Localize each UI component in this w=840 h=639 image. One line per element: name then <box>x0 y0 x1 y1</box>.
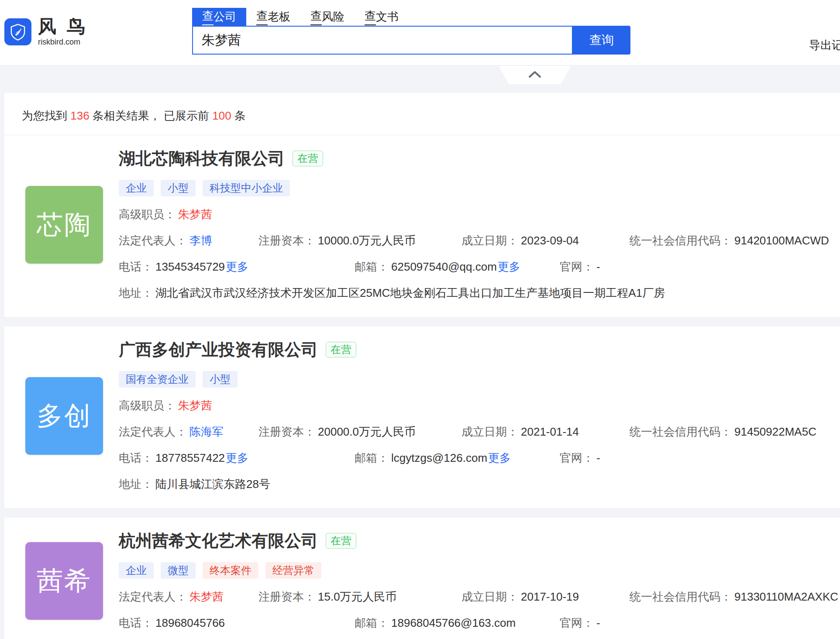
website-value: - <box>596 260 600 273</box>
senior-staff-name: 朱梦茜 <box>178 399 212 412</box>
avatar-text: 多创 <box>37 399 92 434</box>
phone-number: 13545345729 <box>155 260 225 273</box>
tag: 终本案件 <box>203 562 258 579</box>
company-name-link[interactable]: 杭州茜希文化艺术有限公司 <box>119 531 318 551</box>
legal-person-link[interactable]: 李博 <box>189 234 212 247</box>
shown-count: 100 <box>212 109 231 122</box>
results-panel-3: 茜希 杭州茜希文化艺术有限公司 在营 企业 微型 终本案件 经营异常 法定代表人… <box>4 518 840 639</box>
founded-date: 2017-10-19 <box>521 590 579 603</box>
founded-date: 2023-09-04 <box>521 234 579 247</box>
brand-logo[interactable]: 风 鸟 riskbird.com <box>4 17 88 47</box>
senior-staff-name: 朱梦茜 <box>178 208 212 221</box>
avatar-text: 茜希 <box>37 563 92 599</box>
top-header: 风 鸟 riskbird.com 查公司 查老板 查风险 查文书 查询 导出记录 <box>0 0 840 65</box>
tab-search-document[interactable]: 查文书 <box>355 8 409 26</box>
results-panel-2: 多创 广西多创产业投资有限公司 在营 国有全资企业 小型 高级职员：朱梦茜 法定… <box>4 326 840 508</box>
email-address: 18968045766@163.com <box>391 616 516 629</box>
brand-name: 风 鸟 <box>38 17 88 37</box>
tab-search-company[interactable]: 查公司 <box>192 8 246 26</box>
senior-staff-row: 高级职员：朱梦茜 <box>119 206 840 223</box>
phone-number: 18778557422 <box>155 451 225 464</box>
registered-capital: 20000.0万元人民币 <box>318 425 416 438</box>
tag: 小型 <box>203 371 238 388</box>
tag: 科技型中小企业 <box>203 180 290 196</box>
tag: 小型 <box>161 180 196 196</box>
search-button[interactable]: 查询 <box>573 26 630 55</box>
address-row: 地址：陆川县城江滨东路28号 <box>119 476 840 492</box>
collapse-search-button[interactable] <box>499 66 571 84</box>
avatar-text: 芯陶 <box>37 207 92 243</box>
credit-code: 91420100MACWD <box>734 234 829 247</box>
legal-person-highlighted[interactable]: 朱梦茜 <box>189 590 224 603</box>
tag: 国有全资企业 <box>119 371 196 388</box>
company-info-row: 法定代表人：陈海军 注册资本：20000.0万元人民币 成立日期：2021-01… <box>119 423 840 440</box>
company-contact-row: 电话：18968045766 邮箱：18968045766@163.com 官网… <box>119 615 840 631</box>
email-address: 625097540@qq.com <box>391 260 497 273</box>
tag-list: 企业 小型 科技型中小企业 <box>119 180 840 196</box>
tab-search-risk[interactable]: 查风险 <box>300 8 355 26</box>
tag: 微型 <box>161 562 196 579</box>
status-badge: 在营 <box>326 342 356 357</box>
company-avatar[interactable]: 茜希 <box>25 542 103 620</box>
credit-code: 91450922MA5C <box>734 425 816 438</box>
website-value: - <box>596 451 600 464</box>
email-more-link[interactable]: 更多 <box>498 260 520 273</box>
results-area: 为您找到 136 条相关结果， 已展示前 100 条 芯陶 湖北芯陶科技有限公司… <box>4 93 840 639</box>
results-panel-1: 为您找到 136 条相关结果， 已展示前 100 条 芯陶 湖北芯陶科技有限公司… <box>4 93 840 317</box>
email-address: lcgytzgs@126.com <box>391 451 487 464</box>
tag-list: 国有全资企业 小型 <box>119 371 840 388</box>
tag: 企业 <box>119 562 154 579</box>
founded-date: 2021-01-14 <box>521 425 579 438</box>
status-badge: 在营 <box>326 533 356 549</box>
chevron-up-icon <box>528 71 542 80</box>
tag: 企业 <box>119 180 154 196</box>
company-card: 多创 广西多创产业投资有限公司 在营 国有全资企业 小型 高级职员：朱梦茜 法定… <box>4 326 840 508</box>
website-value: - <box>596 616 600 629</box>
results-count: 为您找到 136 条相关结果， 已展示前 100 条 <box>4 93 840 135</box>
company-card: 茜希 杭州茜希文化艺术有限公司 在营 企业 微型 终本案件 经营异常 法定代表人… <box>4 518 840 639</box>
tab-search-boss[interactable]: 查老板 <box>246 8 300 26</box>
company-name-link[interactable]: 广西多创产业投资有限公司 <box>119 340 318 360</box>
company-contact-row: 电话：18778557422更多 邮箱：lcgytzgs@126.com更多 官… <box>119 450 840 466</box>
riskbird-shield-icon <box>4 18 31 45</box>
search-area: 查公司 查老板 查风险 查文书 查询 <box>192 8 630 55</box>
search-tabs: 查公司 查老板 查风险 查文书 <box>192 8 630 26</box>
status-badge: 在营 <box>293 151 323 166</box>
address-value: 陆川县城江滨东路28号 <box>155 478 270 491</box>
phone-more-link[interactable]: 更多 <box>226 451 248 464</box>
email-more-link[interactable]: 更多 <box>488 451 511 464</box>
phone-more-link[interactable]: 更多 <box>226 260 248 273</box>
company-contact-row: 电话：13545345729更多 邮箱：625097540@qq.com更多 官… <box>119 258 840 275</box>
company-avatar[interactable]: 芯陶 <box>25 186 103 264</box>
company-avatar[interactable]: 多创 <box>25 377 103 455</box>
tag: 经营异常 <box>265 562 321 579</box>
registered-capital: 15.0万元人民币 <box>318 590 397 603</box>
address-row: 地址：湖北省武汉市武汉经济技术开发区加工区25MC地块金刚石工具出口加工生产基地… <box>119 285 840 301</box>
legal-person-link[interactable]: 陈海军 <box>189 425 224 438</box>
registered-capital: 10000.0万元人民币 <box>318 234 416 247</box>
search-input[interactable] <box>192 26 573 55</box>
brand-domain: riskbird.com <box>38 38 88 47</box>
address-value: 湖北省武汉市武汉经济技术开发区加工区25MC地块金刚石工具出口加工生产基地项目一… <box>155 286 665 299</box>
phone-number: 18968045766 <box>155 616 225 629</box>
company-info-row: 法定代表人：李博 注册资本：10000.0万元人民币 成立日期：2023-09-… <box>119 232 840 249</box>
export-link[interactable]: 导出记录 <box>809 38 840 53</box>
company-info-row: 法定代表人：朱梦茜 注册资本：15.0万元人民币 成立日期：2017-10-19… <box>119 588 840 605</box>
company-name-link[interactable]: 湖北芯陶科技有限公司 <box>119 148 285 168</box>
tag-list: 企业 微型 终本案件 经营异常 <box>119 562 840 579</box>
senior-staff-row: 高级职员：朱梦茜 <box>119 397 840 414</box>
company-card: 芯陶 湖北芯陶科技有限公司 在营 企业 小型 科技型中小企业 高级职员：朱梦茜 … <box>4 135 840 317</box>
credit-code: 91330110MA2AXKC <box>734 590 838 603</box>
found-count: 136 <box>70 109 89 122</box>
